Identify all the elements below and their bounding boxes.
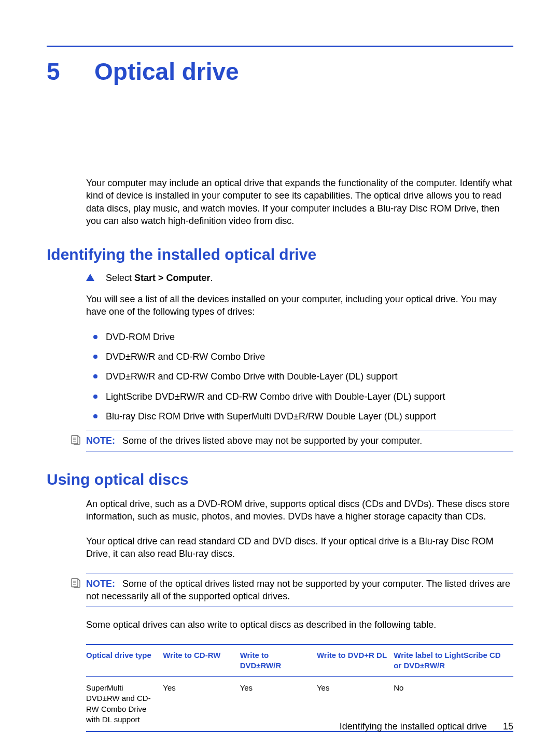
note-block: NOTE:Some of the drives listed above may… [86,430,513,452]
svg-marker-0 [86,274,94,281]
step-prefix: Select [106,273,134,283]
note-label: NOTE: [86,579,115,589]
list-item: DVD-ROM Drive [86,331,513,343]
note-body: Some of the drives listed above may not … [122,435,422,446]
step-text: Select Start > Computer. [106,273,213,283]
list-item: DVD±RW/R and CD-RW Combo Drive with Doub… [86,370,513,383]
note-label: NOTE: [86,435,115,446]
note-block: NOTE:Some of the optical drives listed m… [86,573,513,608]
drive-list: DVD-ROM Drive DVD±RW/R and CD-RW Combo D… [86,331,513,423]
document-page: 5 Optical drive Your computer may includ… [0,0,560,745]
list-item: Blu-ray Disc ROM Drive with SuperMulti D… [86,410,513,423]
th-optical-type: Optical drive type [86,644,163,677]
table-header-row: Optical drive type Write to CD-RW Write … [86,644,513,677]
list-item: LightScribe DVD±RW/R and CD-RW Combo dri… [86,390,513,403]
note-text: NOTE:Some of the optical drives listed m… [86,578,513,603]
step-bold: Start > Computer [134,273,211,283]
step-followup-paragraph: You will see a list of all the devices i… [86,293,513,318]
note-text: NOTE:Some of the drives listed above may… [86,434,513,447]
step-row: Select Start > Computer. [86,273,513,284]
step-triangle-icon [86,274,94,281]
cell-cdrw: Yes [163,677,240,732]
top-rule [47,46,513,47]
list-item: DVD±RW/R and CD-RW Combo Drive [86,350,513,363]
chapter-header: 5 Optical drive [47,60,513,83]
th-write-cdrw: Write to CD-RW [163,644,240,677]
page-footer: Identifying the installed optical drive … [340,721,513,732]
cell-drive-type: SuperMulti DVD±RW and CD-RW Combo Drive … [86,677,163,732]
cell-dvdrw: Yes [240,677,317,732]
section-heading-using: Using optical discs [47,471,513,488]
optical-drive-table: Optical drive type Write to CD-RW Write … [86,644,513,733]
note-body: Some of the optical drives listed may no… [86,579,510,601]
th-write-dvdrw: Write to DVD±RW/R [240,644,317,677]
main-content: Your computer may include an optical dri… [86,177,513,732]
page-number: 15 [503,721,513,732]
th-write-dvdrdl: Write to DVD+R DL [317,644,394,677]
note-icon [71,434,81,447]
note-icon [71,578,81,590]
th-write-lightscribe: Write label to LightScribe CD or DVD±RW/… [394,644,513,677]
chapter-title: Optical drive [94,60,239,83]
using-p1: An optical drive, such as a DVD-ROM driv… [86,498,513,523]
intro-paragraph: Your computer may include an optical dri… [86,177,513,227]
chapter-number: 5 [47,60,67,83]
section-heading-identifying: Identifying the installed optical drive [47,246,513,263]
step-suffix: . [211,273,213,283]
footer-text: Identifying the installed optical drive [340,721,487,732]
using-p3: Some optical drives can also write to op… [86,619,513,631]
using-p2: Your optical drive can read standard CD … [86,535,513,560]
